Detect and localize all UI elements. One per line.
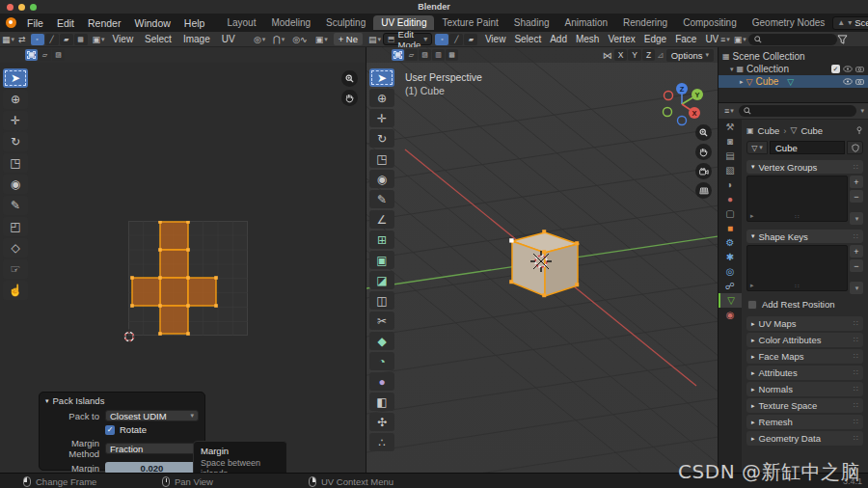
snap-toggle[interactable]: ⋂ ▾ — [271, 35, 286, 44]
add-rest-position-checkbox[interactable] — [747, 300, 757, 310]
menu-item[interactable]: Mesh — [571, 34, 603, 44]
move-tool[interactable]: ✛ — [369, 109, 394, 127]
vp-select-face[interactable]: ▰ — [464, 34, 477, 45]
tab-object[interactable]: ■ — [719, 221, 742, 235]
chevron-down-icon[interactable]: ▾ — [860, 107, 864, 115]
tab-physics[interactable]: ◎ — [719, 264, 742, 279]
funnel-filter-icon[interactable] — [837, 35, 848, 44]
ts-vertex[interactable]: ▦ — [392, 49, 404, 61]
render-camera-icon[interactable] — [855, 78, 864, 85]
uv-overlay-b[interactable]: ▱ — [39, 49, 51, 61]
menu-item[interactable]: UV — [216, 34, 241, 44]
tweak-tool[interactable]: ➤ — [369, 68, 394, 87]
workspace-tab[interactable]: Compositing — [675, 15, 745, 30]
uv-select-face[interactable]: ▰ — [60, 34, 73, 45]
mirror-y-button[interactable]: Y — [628, 49, 641, 61]
ts-overlay[interactable]: ▩ — [446, 49, 458, 61]
ts-xray[interactable]: ▥ — [432, 49, 445, 61]
pivot-point-dropdown[interactable]: ◎ ▾ — [252, 35, 267, 44]
rotate-tool[interactable]: ↻ — [3, 132, 28, 151]
annotate-tool[interactable]: ✎ — [3, 196, 28, 215]
randomize-tool[interactable]: ∴ — [369, 433, 394, 451]
collapsed-section-header[interactable]: ▸ Normals ∷ — [746, 382, 863, 396]
pan-hand-icon[interactable] — [341, 90, 358, 106]
hide-eye-icon[interactable] — [843, 78, 853, 85]
zoom-icon[interactable] — [695, 124, 712, 141]
pan-hand-icon[interactable] — [695, 144, 712, 160]
shape-keys-header[interactable]: ▾ Shape Keys ∷ — [746, 230, 863, 243]
data-name-field[interactable]: Cube — [770, 141, 845, 154]
new-image-button[interactable]: + Ne — [334, 33, 363, 45]
menu-item[interactable]: View — [480, 34, 510, 44]
workspace-tab[interactable]: Animation — [557, 15, 615, 30]
tab-collection[interactable]: ▢ — [719, 206, 742, 221]
snap-target-icon[interactable]: ⊿ — [657, 50, 665, 60]
tab-object-data[interactable]: ▽ — [719, 293, 742, 308]
uv-select-edge[interactable]: ╱ — [45, 34, 59, 45]
workspace-tab[interactable]: Rendering — [615, 15, 675, 30]
tab-material[interactable]: ◉ — [719, 308, 742, 322]
transform-tool[interactable]: ◉ — [3, 175, 28, 194]
workspace-tab[interactable]: Shading — [506, 15, 557, 30]
proportional-editing-toggle[interactable]: ◎ ∿ — [290, 35, 309, 44]
hide-eye-icon[interactable] — [843, 66, 853, 72]
cursor-tool[interactable]: ⊕ — [3, 90, 28, 109]
vertex-groups-header[interactable]: ▾ Vertex Groups ∷ — [746, 160, 863, 174]
ts-edge[interactable]: ▱ — [405, 49, 418, 61]
add-button[interactable]: + — [850, 245, 863, 258]
collection-checkbox[interactable]: ✓ — [831, 65, 840, 73]
cursor-tool[interactable]: ⊕ — [369, 89, 394, 107]
menu-item[interactable]: Edit — [50, 17, 81, 29]
options-button[interactable]: Options ▾ — [666, 49, 714, 62]
blender-logo-icon[interactable] — [6, 17, 16, 28]
spin-tool[interactable]: ◔ — [369, 352, 394, 370]
breadcrumb-data[interactable]: Cube — [800, 125, 823, 136]
mode-dropdown[interactable]: ⬒ Edit Mode ▾ — [383, 33, 432, 45]
properties-display-dropdown[interactable]: ≡ ▾ — [722, 106, 736, 116]
menu-item[interactable]: Vertex — [604, 34, 639, 44]
transform-tool[interactable]: ◉ — [369, 170, 394, 188]
menu-item[interactable]: Help — [177, 17, 212, 29]
vp-select-vertex[interactable]: ◦ — [435, 34, 448, 45]
data-type-dropdown[interactable]: ▽ ▾ — [746, 141, 768, 154]
menu-item[interactable]: Add — [546, 34, 572, 44]
viewport-3d[interactable]: ▦ ▱ ▨ ▥ ▩ ⋈ XYZ ⊿ Options ▾ ➤⊕✛↻◳◉✎∠⊞▣◪◫… — [366, 47, 719, 473]
vertex-groups-list[interactable]: ▸ ∷ — [746, 176, 848, 222]
tab-scene[interactable]: ◗ — [719, 177, 742, 192]
shrink-fatten-tool[interactable]: ✣ — [369, 413, 394, 431]
move-tool[interactable]: ✛ — [3, 111, 28, 130]
tweak-tool[interactable]: ➤ — [3, 68, 28, 88]
menu-item[interactable]: Face — [671, 34, 701, 44]
menu-item[interactable]: Select — [139, 34, 177, 44]
relax-tool[interactable]: ◇ — [3, 238, 28, 258]
workspace-tab[interactable]: Geometry Nodes — [745, 15, 833, 30]
edge-slide-tool[interactable]: ◧ — [369, 393, 394, 411]
tab-particles[interactable]: ✱ — [719, 250, 742, 264]
outliner-display-mode-dropdown[interactable]: ≡ ▾ — [719, 35, 732, 44]
uv-select-vertex[interactable]: ◦ — [31, 34, 44, 45]
workspace-tab[interactable]: Sculpting — [318, 15, 373, 30]
pin-icon[interactable] — [855, 126, 863, 135]
camera-view-icon[interactable] — [695, 163, 712, 179]
menu-item[interactable]: View — [107, 34, 140, 44]
properties-search-input[interactable] — [739, 105, 857, 117]
rip-region-tool[interactable]: ◰ — [3, 217, 28, 236]
grab-tool[interactable]: ☞ — [3, 259, 28, 279]
outliner-row-collection[interactable]: ▾ ▦ Collection ✓ — [719, 63, 868, 75]
shape-keys-list[interactable]: ▸ ∷ — [746, 245, 848, 291]
inset-faces-tool[interactable]: ▣ — [369, 251, 394, 269]
menu-item[interactable]: Edge — [639, 34, 670, 44]
annotate-tool[interactable]: ✎ — [369, 190, 394, 208]
loop-cut-tool[interactable]: ◫ — [369, 291, 394, 310]
tab-world[interactable]: ● — [719, 192, 742, 206]
breadcrumb-object[interactable]: Cube — [758, 125, 780, 136]
specials-dropdown[interactable]: ▾ — [850, 282, 863, 294]
workspace-tab[interactable]: Texture Paint — [434, 15, 505, 30]
uv-overlay-a[interactable]: ▦ — [25, 49, 38, 61]
outliner-row-cube[interactable]: ▸ ▽ Cube ▽ — [719, 75, 868, 88]
uv-sticky-selection-dropdown[interactable]: ▣ ▾ — [91, 35, 107, 44]
poly-build-tool[interactable]: ◆ — [369, 332, 394, 350]
collapsed-section-header[interactable]: ▸ Attributes ∷ — [746, 366, 863, 380]
menu-item[interactable]: Render — [81, 17, 127, 29]
tab-output[interactable]: ▤ — [719, 149, 742, 163]
